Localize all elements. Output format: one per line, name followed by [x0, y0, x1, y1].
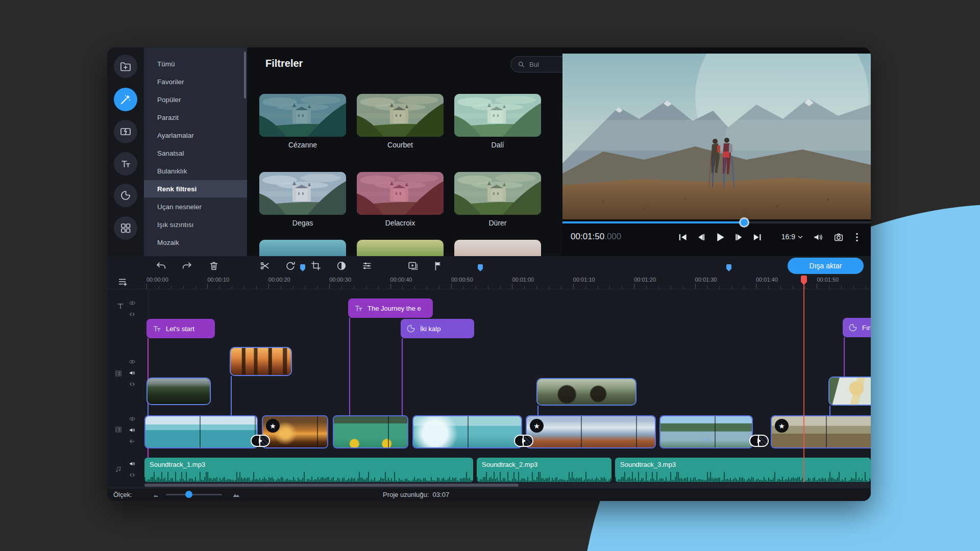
filter-thumbnail[interactable] [357, 172, 444, 215]
filter-thumbnail[interactable] [454, 172, 541, 215]
arrow-left-icon[interactable] [129, 438, 136, 445]
audio-clip[interactable]: Soundtrack_1.mp3 [144, 458, 473, 482]
link-icon[interactable] [129, 311, 136, 318]
category-10[interactable]: Işık sızıntısı [144, 216, 247, 233]
audio-clip[interactable]: Soundtrack_2.mp3 [477, 458, 611, 482]
frame-forward-icon[interactable] [733, 232, 745, 243]
flag-icon[interactable] [433, 260, 444, 271]
title-clip[interactable]: İki kalp [401, 319, 474, 338]
scissors-icon[interactable] [259, 260, 271, 271]
filter-thumbnail[interactable] [259, 172, 346, 215]
title-clip[interactable]: Let's start [146, 319, 215, 338]
link-icon[interactable] [129, 471, 136, 479]
undo-icon[interactable] [156, 260, 167, 271]
zoom-in-icon[interactable] [231, 491, 241, 498]
seek-handle[interactable] [741, 219, 748, 226]
filter-thumbnail-partial[interactable] [454, 240, 541, 256]
clip-hikers[interactable]: ★ [771, 415, 871, 448]
scale-slider[interactable] [166, 494, 222, 495]
transition-pill[interactable] [749, 435, 769, 447]
clip-connector [148, 405, 149, 415]
filter-card[interactable]: Dürer [454, 172, 541, 227]
category-2[interactable]: Favoriler [144, 73, 247, 90]
skip-end-icon[interactable] [752, 232, 763, 243]
eye-icon[interactable] [129, 358, 136, 365]
play-icon[interactable] [714, 231, 726, 243]
filter-card[interactable]: Cézanne [259, 94, 346, 149]
category-8[interactable]: Renk filtresi [144, 180, 247, 197]
crop-icon[interactable] [310, 260, 322, 271]
audio-clip[interactable]: Soundtrack_3.mp3 [615, 458, 871, 482]
trash-icon[interactable] [208, 260, 219, 271]
filter-card[interactable]: Delacroix [357, 172, 444, 227]
skip-start-icon[interactable] [677, 232, 689, 243]
eye-icon[interactable] [129, 299, 136, 307]
overlay-mountains[interactable] [146, 378, 211, 405]
clip-surf[interactable] [412, 415, 522, 448]
category-1[interactable]: Tümü [144, 55, 247, 72]
category-9[interactable]: Uçan nesneler [144, 198, 247, 215]
sliders-icon[interactable] [361, 260, 373, 271]
filter-thumbnail[interactable] [357, 94, 444, 137]
more-options-icon[interactable] [851, 232, 863, 243]
pan-zoom-arrow-icon: → [700, 432, 712, 445]
clip-kayak[interactable] [333, 415, 408, 448]
frame-back-icon[interactable] [696, 232, 707, 243]
transport-buttons [677, 232, 763, 243]
speaker-icon[interactable] [129, 369, 136, 377]
overlay-selfie[interactable] [828, 377, 871, 406]
title-clip[interactable]: The Journey the e [348, 298, 433, 318]
scale-knob[interactable] [185, 491, 192, 498]
clip-sailboat[interactable]: ★ [262, 415, 328, 448]
aspect-ratio-select[interactable]: 16:9 [781, 233, 803, 241]
timeline-hscrollbar[interactable] [144, 483, 871, 487]
transition-pill[interactable] [251, 435, 270, 447]
speaker-icon[interactable] [129, 427, 136, 434]
ruler-tick [549, 286, 549, 289]
snapshot-icon[interactable] [833, 232, 844, 243]
volume-icon[interactable] [813, 232, 824, 243]
category-4[interactable]: Parazit [144, 109, 247, 126]
ruler-tick [488, 286, 488, 289]
overlay-bikers[interactable] [536, 378, 636, 406]
clip-lake[interactable]: → [659, 415, 753, 448]
hscroll-thumb[interactable] [144, 484, 519, 487]
seek-bar[interactable] [562, 221, 871, 223]
time-ruler[interactable]: 00:00:0000:00:1000:00:2000:00:3000:00:40… [107, 276, 871, 289]
title-clip[interactable]: Fırtına [843, 318, 871, 337]
tool-filters[interactable] [114, 88, 137, 111]
tool-stickers[interactable] [114, 184, 137, 207]
category-7[interactable]: Bulanıklık [144, 162, 247, 180]
tool-transitions[interactable] [114, 120, 137, 143]
ruler-tick [829, 286, 829, 289]
category-3[interactable]: Popüler [144, 91, 247, 108]
filter-card[interactable]: Dalí [454, 94, 541, 149]
eye-icon[interactable] [129, 415, 136, 422]
filter-thumbnail[interactable] [454, 94, 541, 137]
ruler-tick [402, 286, 403, 289]
overlay-people-sunset[interactable] [230, 347, 292, 376]
link-icon[interactable] [129, 381, 136, 388]
add-track-icon[interactable] [117, 277, 129, 288]
export-button[interactable]: Dışa aktar [788, 258, 864, 274]
category-6[interactable]: Sanatsal [144, 144, 247, 162]
filter-thumbnail[interactable] [259, 94, 346, 137]
clip-lagoon[interactable] [144, 415, 258, 448]
tool-titles[interactable] [114, 152, 137, 176]
contrast-icon[interactable] [336, 260, 347, 271]
filter-card[interactable]: Courbet [357, 94, 444, 149]
transition-pill[interactable] [514, 435, 533, 447]
clip-clouds[interactable]: ★ [526, 415, 656, 448]
zoom-out-icon[interactable] [152, 492, 160, 498]
pip-icon[interactable] [407, 260, 419, 271]
filter-thumbnail-partial[interactable] [259, 240, 346, 256]
speaker-icon[interactable] [129, 460, 136, 467]
category-11[interactable]: Mozaik [144, 234, 247, 251]
tool-import-media[interactable] [114, 55, 137, 78]
rotate-icon[interactable] [285, 260, 296, 271]
filter-card[interactable]: Degas [259, 172, 346, 227]
category-5[interactable]: Ayarlamalar [144, 127, 247, 144]
tool-more-tools[interactable] [114, 216, 137, 240]
redo-icon[interactable] [181, 260, 192, 271]
filter-thumbnail-partial[interactable] [357, 240, 444, 256]
